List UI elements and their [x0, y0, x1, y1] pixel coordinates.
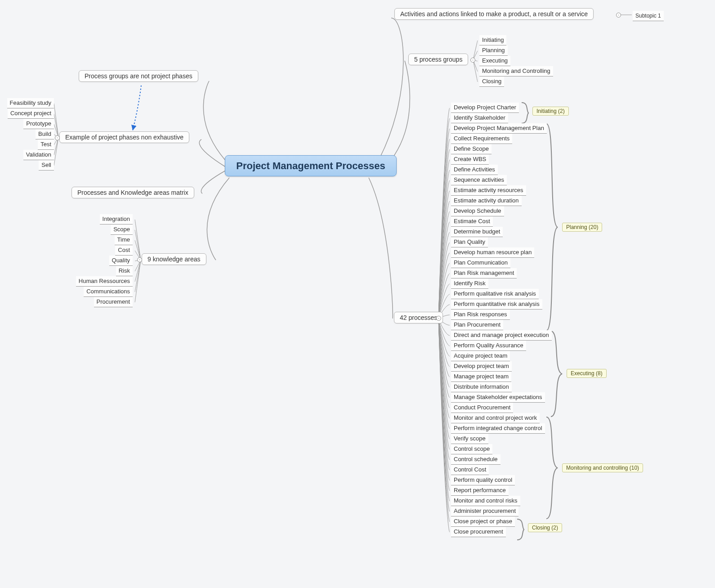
leaf-42[interactable]: Perform integrated change control — [451, 423, 545, 434]
node-process-groups-note[interactable]: Process groups are not project phases — [79, 70, 198, 82]
group-label-executing: Executing (8) — [567, 369, 607, 378]
leaf-42[interactable]: Define Activities — [451, 165, 498, 175]
leaf-42[interactable]: Acquire project team — [451, 351, 510, 361]
leaf-quality[interactable]: Quality — [109, 256, 133, 266]
leaf-42[interactable]: Develop human resource plan — [451, 247, 534, 258]
leaf-42[interactable]: Estimate Cost — [451, 216, 493, 227]
leaf-42[interactable]: Report performance — [451, 485, 509, 496]
center-node[interactable]: Project Management Processes — [225, 155, 397, 176]
leaf-42[interactable]: Administer procurement — [451, 506, 518, 516]
leaf-prototype[interactable]: Prototype — [23, 119, 54, 129]
leaf-scope[interactable]: Scope — [111, 224, 133, 235]
leaf-42[interactable]: Direct and manage project execution — [451, 330, 552, 341]
leaf-comms[interactable]: Communications — [84, 287, 133, 297]
leaf-pg-monitoring[interactable]: Monitoring and Controlling — [479, 66, 553, 76]
collapse-icon[interactable]: - — [55, 135, 60, 140]
leaf-42[interactable]: Control schedule — [451, 454, 500, 465]
leaf-42[interactable]: Determine budget — [451, 227, 503, 237]
leaf-42[interactable]: Create WBS — [451, 154, 489, 165]
leaf-hr[interactable]: Human Ressources — [76, 276, 133, 287]
leaf-42[interactable]: Develop project team — [451, 361, 512, 372]
leaf-risk[interactable]: Risk — [116, 266, 133, 276]
leaf-time[interactable]: Time — [115, 235, 133, 245]
leaf-42[interactable]: Develop Project Management Plan — [451, 123, 547, 134]
leaf-procurement[interactable]: Procurement — [94, 297, 133, 307]
leaf-42[interactable]: Perform quantitative risk analysis — [451, 299, 542, 310]
leaf-test[interactable]: Test — [38, 139, 54, 150]
leaf-42[interactable]: Manage Stakeholder expectations — [451, 392, 545, 403]
leaf-42[interactable]: Identify Risk — [451, 278, 488, 289]
node-42-processes[interactable]: 42 processes — [394, 312, 443, 323]
leaf-42[interactable]: Distribute information — [451, 382, 512, 392]
collapse-icon[interactable]: - — [436, 316, 441, 321]
group-label-initiating: Initiating (2) — [532, 107, 569, 116]
leaf-42[interactable]: Define Scope — [451, 144, 492, 154]
node-5-process-groups[interactable]: 5 process groups — [408, 54, 468, 65]
collapse-icon[interactable]: - — [616, 13, 621, 18]
collapse-icon[interactable]: - — [470, 58, 475, 63]
node-matrix[interactable]: Processes and Knowledge areas matrix — [72, 187, 194, 198]
leaf-42[interactable]: Verify scope — [451, 434, 488, 444]
leaf-pg-closing[interactable]: Closing — [479, 76, 504, 87]
leaf-build[interactable]: Build — [36, 129, 54, 139]
leaf-42[interactable]: Close procurement — [451, 527, 506, 537]
node-example-phases[interactable]: Example of project phases non exhaustive — [59, 131, 189, 143]
leaf-42[interactable]: Monitor and control risks — [451, 496, 520, 506]
leaf-42[interactable]: Monitor and control project work — [451, 413, 540, 423]
leaf-42[interactable]: Perform quality control — [451, 475, 515, 485]
leaf-42[interactable]: Estimate activity resources — [451, 185, 526, 196]
leaf-cost[interactable]: Cost — [115, 245, 133, 256]
leaf-42[interactable]: Perform qualitative risk analysis — [451, 289, 539, 299]
collapse-icon[interactable]: - — [137, 257, 142, 262]
leaf-42[interactable]: Estimate activity duration — [451, 196, 522, 206]
leaf-feasibility[interactable]: Feasibility study — [7, 98, 54, 108]
leaf-validation[interactable]: Validation — [23, 150, 54, 160]
leaf-concept[interactable]: Concept project — [8, 108, 54, 119]
leaf-42[interactable]: Plan Risk management — [451, 268, 517, 278]
mindmap-canvas[interactable]: Project Management Processes Process gro… — [0, 0, 715, 588]
leaf-42[interactable]: Manage project team — [451, 372, 511, 382]
leaf-42[interactable]: Plan Quality — [451, 237, 488, 247]
leaf-pg-planning[interactable]: Planning — [479, 45, 508, 56]
leaf-42[interactable]: Plan Communication — [451, 258, 510, 268]
leaf-42[interactable]: Identify Stakeholder — [451, 113, 508, 123]
leaf-42[interactable]: Control scope — [451, 444, 492, 454]
leaf-42[interactable]: Plan Procurement — [451, 320, 503, 330]
leaf-42[interactable]: Perform Quality Assurance — [451, 341, 526, 351]
leaf-sell[interactable]: Sell — [39, 160, 54, 171]
leaf-integration[interactable]: Integration — [100, 214, 133, 224]
group-label-closing: Closing (2) — [528, 523, 562, 532]
group-label-planning: Planning (20) — [562, 223, 602, 232]
leaf-pg-executing[interactable]: Executing — [479, 56, 510, 66]
leaf-42[interactable]: Develop Project Charter — [451, 103, 519, 113]
node-knowledge-areas[interactable]: 9 knowledge areas — [142, 253, 206, 265]
leaf-42[interactable]: Collect Requirements — [451, 134, 512, 144]
leaf-42[interactable]: Develop Schedule — [451, 206, 504, 216]
leaf-42[interactable]: Close project or phase — [451, 516, 515, 527]
leaf-42[interactable]: Control Cost — [451, 465, 489, 475]
group-label-monitoring: Monitoring and controlling (10) — [562, 463, 643, 472]
leaf-42[interactable]: Sequence activities — [451, 175, 507, 185]
leaf-subtopic1[interactable]: Subtopic 1 — [633, 11, 664, 21]
node-activities[interactable]: Activities and actions linked to make a … — [394, 8, 594, 20]
leaf-pg-initiating[interactable]: Initiating — [479, 35, 506, 45]
leaf-42[interactable]: Conduct Procurement — [451, 403, 513, 413]
leaf-42[interactable]: Plan Risk responses — [451, 310, 510, 320]
